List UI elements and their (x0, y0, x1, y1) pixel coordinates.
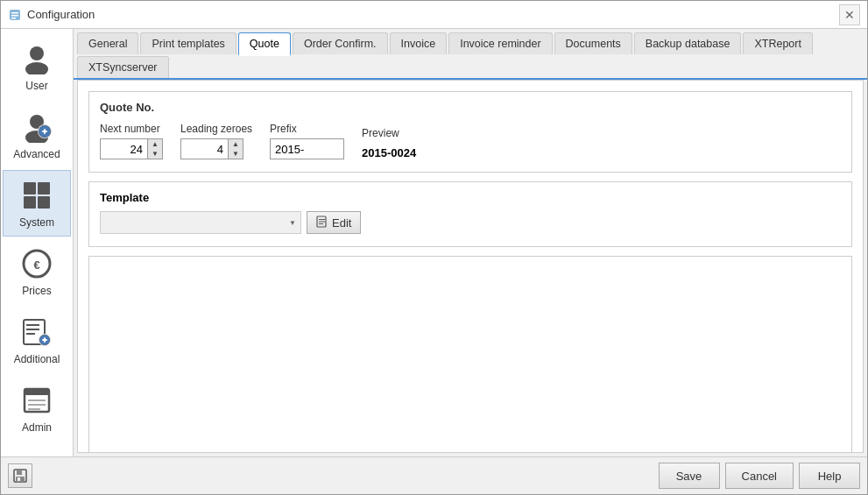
svg-rect-32 (319, 219, 325, 220)
next-number-input[interactable] (100, 138, 148, 159)
svg-rect-33 (319, 221, 325, 222)
tab-general[interactable]: General (77, 32, 138, 54)
svg-rect-15 (38, 196, 50, 209)
sidebar-admin-label: Admin (22, 421, 52, 434)
svg-rect-28 (28, 400, 46, 401)
svg-rect-1 (11, 12, 18, 14)
quote-group-title: Quote No. (100, 101, 841, 114)
sidebar: User Advanced (1, 29, 74, 456)
window-title: Configuration (27, 8, 839, 21)
sidebar-item-additional[interactable]: Additional (3, 307, 71, 373)
tab-xtreport[interactable]: XTReport (743, 32, 813, 54)
preview-label: Preview (362, 127, 416, 139)
quote-number-group: Quote No. Next number ▲ ▼ (88, 91, 852, 173)
sidebar-item-system[interactable]: System (3, 170, 71, 237)
next-number-label: Next number (100, 123, 163, 135)
leading-zeroes-up[interactable]: ▲ (229, 139, 243, 149)
prices-icon: € (19, 246, 54, 281)
main-window: Configuration ✕ User (0, 0, 868, 495)
template-dropdown[interactable] (100, 211, 301, 234)
content-area: General Print templates Quote Order Conf… (74, 29, 867, 456)
window-icon (8, 8, 22, 22)
svg-rect-34 (319, 223, 323, 224)
leading-zeroes-input-wrap: ▲ ▼ (180, 138, 252, 159)
prefix-label: Prefix (270, 123, 344, 135)
prefix-field-group: Prefix (270, 123, 344, 159)
sidebar-item-advanced[interactable]: Advanced (3, 102, 71, 168)
tab-invoice-reminder[interactable]: Invoice reminder (448, 32, 552, 54)
svg-text:€: € (33, 258, 39, 272)
tab-xtsynserver[interactable]: XTSyncserver (77, 56, 169, 78)
sidebar-additional-label: Additional (14, 353, 60, 365)
svg-rect-38 (18, 477, 20, 481)
bottom-bar: Save Cancel Help (1, 456, 867, 494)
svg-rect-30 (28, 408, 40, 410)
next-number-field-group: Next number ▲ ▼ (100, 123, 163, 159)
next-number-up[interactable]: ▲ (148, 139, 162, 149)
svg-rect-12 (24, 182, 36, 194)
content-empty-area (88, 256, 852, 453)
tab-documents[interactable]: Documents (554, 32, 632, 54)
edit-button[interactable]: Edit (307, 211, 361, 234)
sidebar-system-label: System (19, 216, 54, 229)
preview-value: 2015-0024 (362, 143, 416, 159)
sidebar-user-label: User (25, 80, 47, 92)
quote-fields-row: Next number ▲ ▼ Leading zeroe (100, 123, 841, 159)
leading-zeroes-down[interactable]: ▼ (229, 149, 243, 159)
svg-rect-36 (17, 470, 22, 475)
leading-zeroes-field-group: Leading zeroes ▲ ▼ (180, 123, 252, 159)
tabs-bar: General Print templates Quote Order Conf… (74, 29, 867, 80)
save-icon-button[interactable] (8, 463, 32, 488)
svg-rect-13 (38, 182, 50, 194)
edit-icon (316, 216, 328, 230)
svg-rect-21 (26, 333, 35, 335)
tab-quote[interactable]: Quote (238, 32, 291, 56)
cancel-button[interactable]: Cancel (725, 463, 794, 489)
svg-rect-27 (25, 389, 49, 395)
svg-rect-14 (24, 196, 36, 209)
svg-point-4 (30, 46, 44, 60)
close-button[interactable]: ✕ (839, 4, 860, 25)
template-row: Edit (100, 211, 841, 234)
help-button[interactable]: Help (799, 463, 860, 489)
next-number-down[interactable]: ▼ (148, 149, 162, 159)
prefix-input[interactable] (270, 138, 344, 159)
svg-point-5 (25, 62, 48, 74)
tab-content-quote: Quote No. Next number ▲ ▼ (77, 80, 864, 453)
svg-rect-25 (44, 337, 46, 343)
leading-zeroes-label: Leading zeroes (180, 123, 252, 135)
svg-rect-11 (44, 129, 46, 134)
tab-invoice[interactable]: Invoice (390, 32, 448, 54)
sidebar-item-admin[interactable]: Admin (3, 375, 71, 442)
tab-order-confirm[interactable]: Order Confirm. (293, 32, 388, 54)
title-bar: Configuration ✕ (1, 1, 867, 29)
template-dropdown-wrap (100, 211, 301, 234)
tab-print-templates[interactable]: Print templates (140, 32, 236, 54)
svg-rect-2 (11, 15, 18, 17)
additional-icon (19, 315, 54, 350)
sidebar-item-prices[interactable]: € Prices (3, 238, 71, 305)
svg-rect-19 (26, 324, 39, 326)
leading-zeroes-spinner: ▲ ▼ (229, 138, 243, 159)
bottom-bar-left (8, 463, 653, 488)
preview-field-group: Preview 2015-0024 (362, 127, 416, 159)
svg-rect-29 (28, 404, 46, 406)
system-icon (19, 178, 54, 213)
next-number-spinner: ▲ ▼ (148, 138, 163, 159)
prefix-input-wrap (270, 138, 344, 159)
admin-icon (19, 383, 54, 418)
template-group: Template (88, 181, 852, 247)
advanced-icon (19, 110, 54, 145)
svg-rect-20 (26, 329, 39, 330)
edit-button-label: Edit (332, 216, 351, 230)
user-icon (19, 41, 54, 76)
svg-rect-3 (11, 18, 16, 19)
main-content: User Advanced (1, 29, 867, 456)
save-button[interactable]: Save (659, 463, 720, 489)
leading-zeroes-input[interactable] (180, 138, 229, 159)
tab-backup-database[interactable]: Backup database (634, 32, 742, 54)
sidebar-advanced-label: Advanced (13, 148, 60, 160)
sidebar-prices-label: Prices (22, 285, 51, 297)
template-group-title: Template (100, 191, 841, 204)
sidebar-item-user[interactable]: User (3, 33, 71, 100)
